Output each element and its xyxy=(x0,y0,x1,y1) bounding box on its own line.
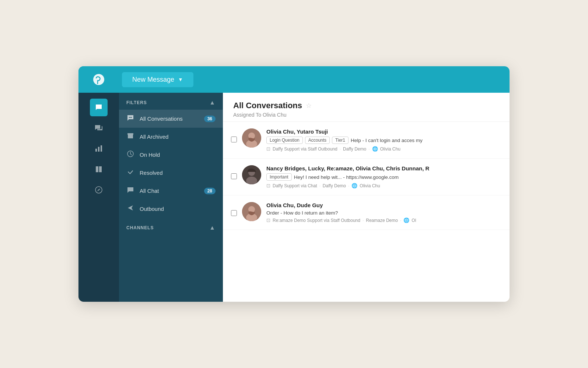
conversations-panel: All Conversations ☆ Assigned To Olivia C… xyxy=(223,93,510,302)
checkbox-input-1[interactable] xyxy=(231,137,237,142)
all-chat-label: All Chat xyxy=(140,188,199,194)
conversations-subtitle: Assigned To Olivia Chu xyxy=(233,112,499,118)
conversation-item-1[interactable]: Olivia Chu, Yutaro Tsuji Login Question … xyxy=(223,122,510,159)
checkbox-1[interactable] xyxy=(231,137,237,144)
conv-body-1: Olivia Chu, Yutaro Tsuji Login Question … xyxy=(266,128,501,152)
all-chat-badge: 28 xyxy=(204,188,216,194)
conv-meta-1: ⊡ Daffy Support via Staff Outbound · Daf… xyxy=(266,146,501,152)
all-chat-icon xyxy=(126,186,134,195)
nav-item-outbound[interactable]: Outbound xyxy=(119,200,223,218)
conv-tags-2: Important Hey! I need help wit... - http… xyxy=(266,173,501,181)
channels-label: CHANNELS xyxy=(126,225,154,230)
sidebar-icon-chat-active[interactable] xyxy=(90,99,108,116)
svg-point-6 xyxy=(129,117,130,118)
channel-icon-1: ⊡ xyxy=(266,146,270,152)
conv-body-3: Olivia Chu, Dude Guy Order - How do I re… xyxy=(266,202,501,223)
resolved-label: Resolved xyxy=(140,170,216,176)
conversation-item-3[interactable]: Olivia Chu, Dude Guy Order - How do I re… xyxy=(223,195,510,230)
main-area: FILTERS ▲ All Conversations 36 xyxy=(78,93,510,302)
avatar-3 xyxy=(242,202,261,221)
conv-preview-inline-1: Help - I can't login and acces my xyxy=(351,138,423,143)
conv-meta-3: ⊡ Re:amaze Demo Support via Staff Outbou… xyxy=(266,217,501,223)
agent-avatar-icon-2: 🌐 xyxy=(351,183,357,188)
conversations-header: All Conversations ☆ Assigned To Olivia C… xyxy=(223,93,510,122)
svg-point-16 xyxy=(246,177,257,184)
person-avatar-3 xyxy=(242,202,261,221)
channels-section-header: CHANNELS ▲ xyxy=(119,218,223,235)
checkbox-input-2[interactable] xyxy=(231,173,237,179)
svg-marker-5 xyxy=(97,188,100,191)
conv-store-2: Daffy Demo xyxy=(323,183,346,188)
on-hold-icon xyxy=(126,150,134,159)
title-row: All Conversations ☆ xyxy=(233,101,499,110)
conv-agent-2: Olivia Chu xyxy=(360,183,380,188)
conversations-title: All Conversations xyxy=(233,101,302,110)
conv-preview-inline-2: Hey! I need help wit... - https://www.go… xyxy=(294,174,399,180)
filters-section-header: FILTERS ▲ xyxy=(119,93,223,110)
nav-item-resolved[interactable]: Resolved xyxy=(119,164,223,182)
sidebar-icon-explore[interactable] xyxy=(90,181,108,199)
conversation-item-2[interactable]: Nancy Bridges, Lucky, Re:amaze, Olivia C… xyxy=(223,159,510,195)
star-icon[interactable]: ☆ xyxy=(306,102,312,110)
conversations-icon xyxy=(94,124,103,132)
conv-body-2: Nancy Bridges, Lucky, Re:amaze, Olivia C… xyxy=(266,165,501,188)
checkbox-3[interactable] xyxy=(231,210,237,217)
conv-names-1: Olivia Chu, Yutaro Tsuji xyxy=(266,128,501,135)
checkmark-icon xyxy=(127,168,134,176)
channel-icon-3: ⊡ xyxy=(266,217,270,223)
avatar-1 xyxy=(242,128,261,148)
conv-names-3: Olivia Chu, Dude Guy xyxy=(266,202,501,208)
logo-area xyxy=(78,66,119,93)
icon-sidebar xyxy=(78,93,119,302)
nav-item-all-chat[interactable]: All Chat 28 xyxy=(119,182,223,200)
on-hold-label: On Hold xyxy=(140,152,216,158)
filters-toggle-icon[interactable]: ▲ xyxy=(209,99,216,106)
conv-channel-2: Daffy Support via Chat xyxy=(273,183,317,188)
conv-channel-3: Re:amaze Demo Support via Staff Outbound xyxy=(273,218,360,223)
chat-bubble-icon xyxy=(94,103,103,112)
nav-item-all-conversations[interactable]: All Conversations 36 xyxy=(119,110,223,128)
tag-login-question: Login Question xyxy=(266,137,303,144)
conv-preview-3: Order - How do I return an item? xyxy=(266,210,501,216)
filters-label: FILTERS xyxy=(126,100,147,105)
person-avatar-2 xyxy=(242,165,261,184)
checkbox-2[interactable] xyxy=(231,173,237,181)
checkbox-input-3[interactable] xyxy=(231,210,237,216)
sidebar-icon-knowledge[interactable] xyxy=(90,160,108,178)
nav-item-on-hold[interactable]: On Hold xyxy=(119,146,223,164)
logo-icon xyxy=(92,72,106,86)
compass-icon xyxy=(94,185,103,194)
all-archived-label: All Archived xyxy=(140,134,216,140)
agent-avatar-icon-1: 🌐 xyxy=(372,146,378,152)
tag-accounts: Accounts xyxy=(305,137,330,144)
person-avatar-1 xyxy=(242,128,261,148)
all-conversations-icon xyxy=(126,114,134,123)
sidebar-icon-reports[interactable] xyxy=(90,140,108,158)
outbound-label: Outbound xyxy=(140,206,216,212)
archive-icon xyxy=(127,132,134,139)
nav-sidebar: FILTERS ▲ All Conversations 36 xyxy=(119,93,223,302)
all-conversations-badge: 36 xyxy=(204,116,216,122)
chat-icon xyxy=(127,186,134,194)
nav-item-all-archived[interactable]: All Archived xyxy=(119,128,223,146)
agent-avatar-icon-3: 🌐 xyxy=(403,217,409,223)
outbound-icon xyxy=(126,204,134,213)
chat-dots-icon xyxy=(127,114,134,121)
svg-point-7 xyxy=(130,117,131,118)
all-conversations-label: All Conversations xyxy=(140,116,199,122)
channels-toggle-icon[interactable]: ▲ xyxy=(209,224,216,231)
tag-important: Important xyxy=(266,173,292,181)
svg-rect-9 xyxy=(127,133,133,135)
conv-names-2: Nancy Bridges, Lucky, Re:amaze, Olivia C… xyxy=(266,165,501,171)
new-message-button[interactable]: New Message ▼ xyxy=(122,72,193,87)
conv-agent-1: Olivia Chu xyxy=(380,146,400,152)
svg-rect-3 xyxy=(101,145,102,152)
top-bar: New Message ▼ xyxy=(78,66,510,93)
svg-rect-1 xyxy=(95,149,97,152)
send-icon xyxy=(127,204,134,212)
sidebar-icon-conversations[interactable] xyxy=(90,119,108,137)
tag-tier1: Tier1 xyxy=(332,137,349,144)
conv-agent-3: Ol xyxy=(412,218,416,223)
conv-store-1: Daffy Demo xyxy=(343,146,366,152)
conversations-list: Olivia Chu, Yutaro Tsuji Login Question … xyxy=(223,122,510,302)
